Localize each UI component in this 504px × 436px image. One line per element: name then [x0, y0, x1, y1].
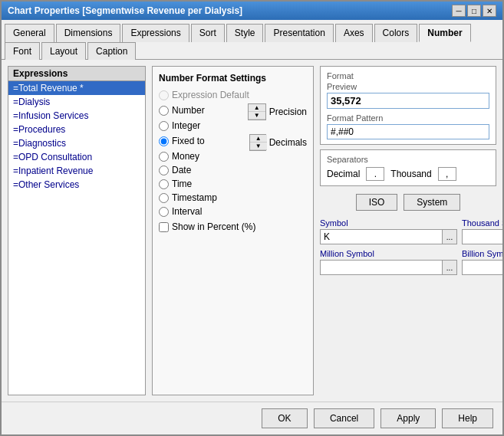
tab-style[interactable]: Style — [226, 24, 264, 42]
decimal-label: Decimal — [327, 169, 360, 179]
time-label: Time — [172, 179, 192, 189]
tab-number[interactable]: Number — [419, 24, 470, 42]
format-pattern-label: Format Pattern — [327, 113, 489, 123]
title-bar-buttons: ─ □ ✕ — [452, 5, 496, 17]
radio-time-row: Time — [159, 179, 307, 189]
expression-item-opd[interactable]: =OPD Consultation — [8, 150, 145, 164]
preview-label: Preview — [327, 82, 489, 91]
close-button[interactable]: ✕ — [483, 5, 496, 17]
symbol-input-row: ... — [320, 229, 457, 244]
format-pattern-input[interactable] — [327, 124, 489, 139]
expression-item-procedures[interactable]: =Procedures — [8, 123, 145, 136]
million-symbol-input[interactable] — [320, 260, 442, 275]
decimals-container: ▲ ▼ Decimals — [249, 134, 307, 151]
radio-interval[interactable] — [159, 207, 169, 217]
decimals-up-button[interactable]: ▲ — [250, 135, 267, 143]
expression-default-label: Expression Default — [172, 90, 249, 100]
date-label: Date — [172, 165, 191, 175]
number-format-settings: Number Format Settings Expression Defaul… — [152, 66, 314, 395]
decimals-label: Decimals — [269, 137, 307, 148]
footer: OK Cancel Apply Help — [2, 402, 502, 434]
radio-timestamp-row: Timestamp — [159, 192, 307, 203]
tab-dimensions[interactable]: Dimensions — [56, 24, 121, 42]
radio-integer-row: Integer — [159, 120, 307, 131]
money-label: Money — [172, 151, 199, 162]
symbol-group: Symbol ... — [320, 218, 457, 244]
radio-timestamp[interactable] — [159, 193, 169, 203]
symbol-browse-button[interactable]: ... — [442, 229, 457, 244]
system-button[interactable]: System — [404, 194, 460, 211]
radio-time[interactable] — [159, 179, 169, 189]
main-content: Expressions =Total Revenue * =Dialysis =… — [2, 60, 502, 402]
show-percent-checkbox[interactable] — [159, 222, 169, 232]
tab-layout[interactable]: Layout — [41, 42, 86, 60]
precision-spinner[interactable]: ▲ ▼ — [248, 103, 266, 120]
maximize-button[interactable]: □ — [467, 5, 481, 17]
help-button[interactable]: Help — [442, 408, 493, 428]
apply-button[interactable]: Apply — [380, 408, 436, 428]
expression-item-diagnostics[interactable]: =Diagnostics — [8, 136, 145, 150]
thousand-label: Thousand — [390, 169, 431, 179]
tab-font[interactable]: Font — [5, 42, 40, 60]
number-label: Number — [172, 105, 205, 116]
thousand-input[interactable] — [438, 167, 456, 181]
minimize-button[interactable]: ─ — [452, 5, 466, 17]
radio-money[interactable] — [159, 152, 169, 162]
right-col: Format Preview 35,572 Format Pattern Sep… — [320, 66, 496, 395]
fixed-to-container: Fixed to ▲ ▼ Decimals — [159, 134, 307, 151]
decimal-input[interactable] — [366, 167, 384, 181]
radio-money-row: Money — [159, 151, 307, 162]
expression-item-other[interactable]: =Other Services — [8, 178, 145, 192]
expression-item-inpatient[interactable]: =Inpatient Revenue — [8, 164, 145, 178]
tab-axes[interactable]: Axes — [335, 24, 373, 42]
expressions-panel: Expressions =Total Revenue * =Dialysis =… — [8, 66, 146, 395]
show-percent-label: Show in Percent (%) — [172, 221, 255, 232]
expression-item-total-revenue[interactable]: =Total Revenue * — [8, 81, 145, 95]
tab-presentation[interactable]: Presentation — [265, 24, 333, 42]
precision-up-button[interactable]: ▲ — [249, 104, 265, 112]
precision-down-button[interactable]: ▼ — [249, 112, 265, 120]
radio-number-row: Number — [159, 105, 205, 116]
separators-section: Separators Decimal Thousand — [320, 149, 496, 186]
separators-label: Separators — [327, 155, 489, 164]
precision-label: Precision — [269, 107, 307, 117]
tab-general[interactable]: General — [5, 24, 54, 42]
radio-number[interactable] — [159, 106, 169, 116]
symbol-input[interactable] — [320, 229, 442, 244]
radio-fixed-to[interactable] — [159, 136, 169, 146]
tabs-row: General Dimensions Expressions Sort Styl… — [2, 20, 502, 60]
iso-system-row: ISO System — [320, 194, 496, 211]
billion-symbol-input[interactable] — [462, 260, 502, 275]
tab-colors[interactable]: Colors — [374, 24, 418, 42]
radio-integer[interactable] — [159, 121, 169, 131]
thousand-symbol-input[interactable] — [462, 229, 502, 244]
thousand-symbol-label: Thousand Symbol — [462, 218, 502, 228]
billion-symbol-input-row: ... — [462, 260, 502, 275]
radio-expression-default[interactable] — [159, 90, 169, 100]
thousand-symbol-input-row: ... — [462, 229, 502, 244]
ok-button[interactable]: OK — [262, 408, 308, 428]
billion-symbol-group: Billion Symbol ... — [462, 249, 502, 275]
tab-expressions[interactable]: Expressions — [122, 24, 189, 42]
separators-row: Decimal Thousand — [327, 167, 489, 181]
expression-item-infusion[interactable]: =Infusion Services — [8, 109, 145, 123]
radio-interval-row: Interval — [159, 206, 307, 217]
format-section: Format Preview 35,572 Format Pattern — [320, 66, 496, 145]
timestamp-label: Timestamp — [172, 192, 217, 203]
expression-item-dialysis[interactable]: =Dialysis — [8, 95, 145, 109]
decimals-spinner[interactable]: ▲ ▼ — [249, 134, 266, 151]
million-symbol-browse-button[interactable]: ... — [442, 260, 457, 275]
title-bar: Chart Properties [Segmentwise Revenue pe… — [2, 2, 502, 20]
window-title: Chart Properties [Segmentwise Revenue pe… — [8, 5, 242, 16]
cancel-button[interactable]: Cancel — [314, 408, 374, 428]
iso-button[interactable]: ISO — [356, 194, 398, 211]
integer-label: Integer — [172, 120, 200, 131]
decimals-down-button[interactable]: ▼ — [250, 143, 267, 150]
million-symbol-group: Million Symbol ... — [320, 249, 457, 275]
expressions-header: Expressions — [8, 67, 145, 81]
number-format-title: Number Format Settings — [159, 73, 307, 84]
tab-caption[interactable]: Caption — [87, 42, 136, 60]
format-label: Format — [327, 71, 489, 80]
radio-date[interactable] — [159, 166, 169, 175]
tab-sort[interactable]: Sort — [191, 24, 225, 42]
